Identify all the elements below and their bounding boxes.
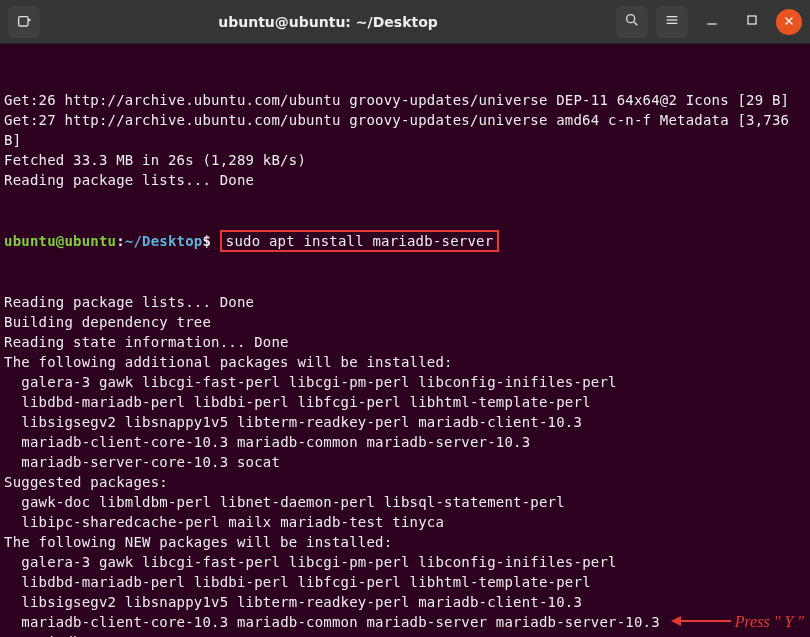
command-highlight: sudo apt install mariadb-server — [220, 230, 500, 252]
annotation-text: Press " Y " — [735, 613, 804, 631]
svg-rect-0 — [19, 16, 28, 25]
maximize-button[interactable] — [736, 6, 768, 38]
output-line: Reading package lists... Done — [4, 292, 804, 312]
output-line: Fetched 33.3 MB in 26s (1,289 kB/s) — [4, 150, 804, 170]
output-line: gawk-doc libmldbm-perl libnet-daemon-per… — [4, 492, 804, 512]
titlebar: ubuntu@ubuntu: ~/Desktop — [0, 0, 810, 44]
menu-button[interactable] — [656, 6, 688, 38]
svg-marker-13 — [671, 616, 681, 626]
hamburger-icon — [664, 12, 680, 31]
output-line: libipc-sharedcache-perl mailx mariadb-te… — [4, 512, 804, 532]
svg-line-4 — [634, 22, 637, 25]
output-line: The following NEW packages will be insta… — [4, 532, 804, 552]
output-line: libsigsegv2 libsnappy1v5 libterm-readkey… — [4, 412, 804, 432]
output-line: mariadb-server-core-10.3 socat — [4, 452, 804, 472]
output-line: mariadb-client-core-10.3 mariadb-common … — [4, 432, 804, 452]
svg-rect-9 — [748, 16, 756, 24]
output-line: libsigsegv2 libsnappy1v5 libterm-readkey… — [4, 592, 804, 612]
output-line: galera-3 gawk libcgi-fast-perl libcgi-pm… — [4, 372, 804, 392]
output-line: Get:27 http://archive.ubuntu.com/ubuntu … — [4, 110, 804, 150]
prompt-user: ubuntu@ubuntu — [4, 233, 116, 249]
prompt-path: ~/Desktop — [125, 233, 203, 249]
output-line: Building dependency tree — [4, 312, 804, 332]
output-line: libdbd-mariadb-perl libdbi-perl libfcgi-… — [4, 392, 804, 412]
output-line: galera-3 gawk libcgi-fast-perl libcgi-pm… — [4, 552, 804, 572]
window-title: ubuntu@ubuntu: ~/Desktop — [48, 14, 608, 30]
output-line: Get:26 http://archive.ubuntu.com/ubuntu … — [4, 90, 804, 110]
minimize-button[interactable] — [696, 6, 728, 38]
output-line: The following additional packages will b… — [4, 352, 804, 372]
output-line: Reading package lists... Done — [4, 170, 804, 190]
command-text: sudo apt install mariadb-server — [226, 233, 494, 249]
output-line: libdbd-mariadb-perl libdbi-perl libfcgi-… — [4, 572, 804, 592]
annotation: Press " Y " — [671, 613, 804, 631]
terminal-output[interactable]: Get:26 http://archive.ubuntu.com/ubuntu … — [0, 44, 810, 637]
close-icon — [783, 14, 795, 30]
arrow-left-icon — [671, 613, 731, 631]
prompt-line: ubuntu@ubuntu:~/Desktop$ sudo apt instal… — [4, 230, 804, 252]
search-icon — [624, 12, 640, 31]
output-line: mariadb-server-core-10.3 socat — [4, 632, 804, 637]
svg-point-3 — [627, 15, 635, 23]
maximize-icon — [744, 12, 760, 31]
new-tab-button[interactable] — [8, 6, 40, 38]
search-button[interactable] — [616, 6, 648, 38]
minimize-icon — [704, 12, 720, 31]
close-button[interactable] — [776, 9, 802, 35]
output-line: Reading state information... Done — [4, 332, 804, 352]
output-line: Suggested packages: — [4, 472, 804, 492]
